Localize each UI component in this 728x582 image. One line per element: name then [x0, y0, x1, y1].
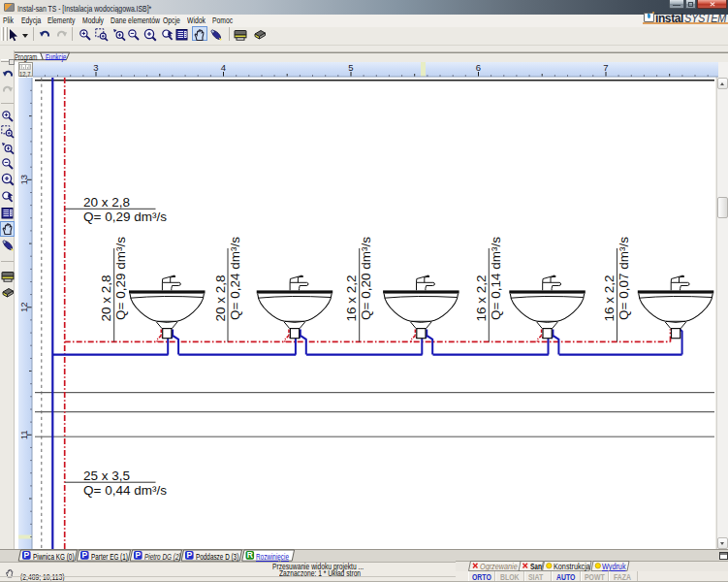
svg-text:P: P — [186, 550, 192, 560]
svg-text:P: P — [135, 550, 141, 560]
svg-text:P: P — [23, 550, 29, 560]
svg-text:R: R — [247, 550, 253, 560]
svg-text:Q= 0,20 dm³/s: Q= 0,20 dm³/s — [359, 237, 373, 320]
svg-text:25 x 3,5: 25 x 3,5 — [83, 469, 130, 483]
svg-text:Q= 0,24 dm³/s: Q= 0,24 dm³/s — [228, 237, 242, 320]
svg-text:16 x 2,2: 16 x 2,2 — [344, 275, 359, 321]
svg-text:Q= 0,29 dm³/s: Q= 0,29 dm³/s — [83, 210, 167, 224]
svg-text:Q= 0,14 dm³/s: Q= 0,14 dm³/s — [489, 237, 503, 320]
svg-text:20 x 2,8: 20 x 2,8 — [83, 195, 130, 210]
svg-text:16 x 2,2: 16 x 2,2 — [474, 275, 489, 321]
svg-text:20 x 2,8: 20 x 2,8 — [99, 275, 113, 321]
svg-text:Q= 0,29 dm³/s: Q= 0,29 dm³/s — [113, 237, 128, 320]
svg-text:Q= 0,44 dm³/s: Q= 0,44 dm³/s — [83, 483, 167, 498]
svg-text:Q= 0,07 dm³/s: Q= 0,07 dm³/s — [617, 237, 631, 320]
svg-text:P: P — [81, 550, 87, 560]
svg-text:20 x 2,8: 20 x 2,8 — [213, 275, 228, 321]
svg-text:16 x 2,2: 16 x 2,2 — [602, 275, 617, 321]
